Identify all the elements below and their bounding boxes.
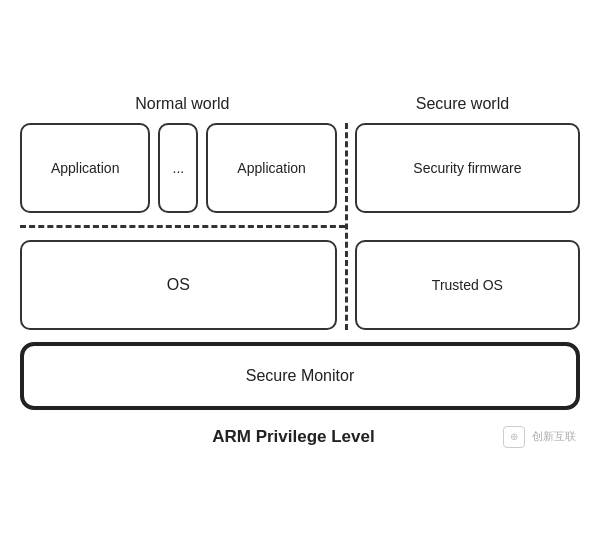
vertical-divider — [345, 123, 348, 330]
horizontal-divider — [20, 225, 345, 228]
arm-privilege-label: ARM Privilege Level — [84, 427, 503, 447]
application-box-2: Application — [206, 123, 336, 213]
spacer — [345, 213, 580, 240]
dots-box: ... — [158, 123, 198, 213]
main-area: Application ... Application OS Security … — [20, 123, 580, 330]
normal-world-label: Normal world — [20, 95, 345, 113]
security-firmware-box: Security firmware — [355, 123, 580, 213]
trusted-os-box: Trusted OS — [355, 240, 580, 330]
secure-monitor-box: Secure Monitor — [20, 342, 580, 410]
world-labels: Normal world Secure world — [20, 95, 580, 113]
watermark-icon: ⊕ — [503, 426, 525, 448]
secure-world-label: Secure world — [345, 95, 580, 113]
secure-monitor-row: Secure Monitor — [20, 342, 580, 410]
watermark: ⊕ 创新互联 — [503, 426, 576, 448]
diagram-container: Normal world Secure world Application ..… — [20, 95, 580, 448]
footer: ARM Privilege Level ⊕ 创新互联 — [20, 426, 580, 448]
secure-world-column: Security firmware Trusted OS — [345, 123, 580, 330]
normal-world-column: Application ... Application OS — [20, 123, 345, 330]
normal-world-middle: OS — [20, 240, 345, 330]
application-box-1: Application — [20, 123, 150, 213]
os-box: OS — [20, 240, 337, 330]
top-row: Application ... Application — [20, 123, 345, 213]
